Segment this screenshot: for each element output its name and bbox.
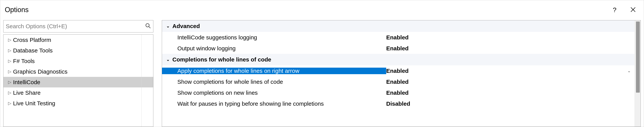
setting-row[interactable]: Output window loggingEnabled⌄: [162, 43, 634, 54]
window-title: Options: [5, 6, 602, 14]
setting-value[interactable]: Enabled: [386, 45, 626, 52]
group-header[interactable]: ⌄Completions for whole lines of code: [162, 54, 634, 65]
left-pane: ▷Cross Platform▷Database Tools▷F# Tools▷…: [3, 20, 153, 127]
tree-item-live-share[interactable]: ▷Live Share: [4, 88, 153, 98]
expand-right-icon: ▷: [8, 38, 13, 42]
scrollbar-thumb[interactable]: [636, 22, 640, 92]
setting-row[interactable]: Wait for pauses in typing before showing…: [162, 98, 634, 109]
close-icon: [630, 6, 636, 14]
chevron-down-icon[interactable]: ⌄: [626, 68, 634, 74]
settings-pane: ⌄AdvancedIntelliCode suggestions logging…: [162, 20, 641, 127]
setting-value[interactable]: Enabled: [386, 68, 626, 74]
scrollbar[interactable]: [634, 20, 640, 126]
tree-item-label: Graphics Diagnostics: [13, 68, 68, 75]
setting-value[interactable]: Disabled: [386, 100, 626, 107]
tree-item-graphics-diagnostics[interactable]: ▷Graphics Diagnostics: [4, 66, 153, 77]
expand-right-icon: ▷: [8, 48, 13, 53]
content-area: ▷Cross Platform▷Database Tools▷F# Tools▷…: [0, 20, 644, 127]
expand-right-icon: ▷: [8, 80, 13, 85]
group-name: Completions for whole lines of code: [172, 56, 271, 63]
search-box[interactable]: [3, 20, 153, 32]
tree-item-label: Live Share: [13, 90, 40, 96]
tree-divider: [142, 34, 142, 126]
setting-row[interactable]: Show completions for whole lines of code…: [162, 76, 634, 87]
tree-item-f-tools[interactable]: ▷F# Tools: [4, 56, 153, 66]
tree-item-live-unit-testing[interactable]: ▷Live Unit Testing: [4, 98, 153, 108]
close-button[interactable]: [627, 4, 639, 16]
expand-right-icon: ▷: [8, 58, 13, 64]
category-tree[interactable]: ▷Cross Platform▷Database Tools▷F# Tools▷…: [3, 34, 153, 127]
setting-label: IntelliCode suggestions logging: [162, 34, 386, 41]
setting-value[interactable]: Enabled: [386, 78, 626, 85]
svg-line-3: [149, 26, 150, 28]
tree-item-cross-platform[interactable]: ▷Cross Platform: [4, 34, 153, 45]
setting-label: Output window logging: [162, 45, 386, 52]
setting-row[interactable]: Apply completions for whole lines on rig…: [162, 65, 634, 76]
expand-down-icon: ⌄: [166, 24, 172, 29]
tree-item-database-tools[interactable]: ▷Database Tools: [4, 45, 153, 56]
setting-label: Show completions on new lines: [162, 90, 386, 96]
setting-label: Wait for pauses in typing before showing…: [162, 100, 386, 107]
setting-label: Show completions for whole lines of code: [162, 78, 386, 85]
titlebar: Options ?: [0, 0, 644, 20]
tree-item-label: Database Tools: [13, 47, 52, 54]
help-icon: ?: [613, 6, 616, 14]
svg-point-2: [146, 24, 149, 27]
tree-item-label: Live Unit Testing: [13, 100, 55, 107]
setting-value[interactable]: Enabled: [386, 90, 626, 96]
group-name: Advanced: [172, 23, 200, 30]
setting-row[interactable]: Show completions on new linesEnabled⌄: [162, 87, 634, 98]
setting-row[interactable]: IntelliCode suggestions loggingEnabled⌄: [162, 32, 634, 43]
settings-grid[interactable]: ⌄AdvancedIntelliCode suggestions logging…: [162, 20, 634, 126]
setting-label: Apply completions for whole lines on rig…: [162, 68, 386, 74]
help-button[interactable]: ?: [608, 4, 621, 16]
group-header[interactable]: ⌄Advanced: [162, 20, 634, 32]
expand-right-icon: ▷: [8, 90, 13, 95]
tree-item-label: IntelliCode: [13, 79, 40, 86]
expand-right-icon: ▷: [8, 69, 13, 74]
search-icon: [145, 23, 151, 30]
tree-item-label: Cross Platform: [13, 37, 51, 43]
search-input[interactable]: [6, 23, 145, 30]
tree-item-label: F# Tools: [13, 58, 35, 64]
expand-down-icon: ⌄: [166, 57, 172, 62]
expand-right-icon: ▷: [8, 101, 13, 106]
setting-value[interactable]: Enabled: [386, 34, 626, 41]
tree-item-intellicode[interactable]: ▷IntelliCode: [4, 77, 153, 88]
